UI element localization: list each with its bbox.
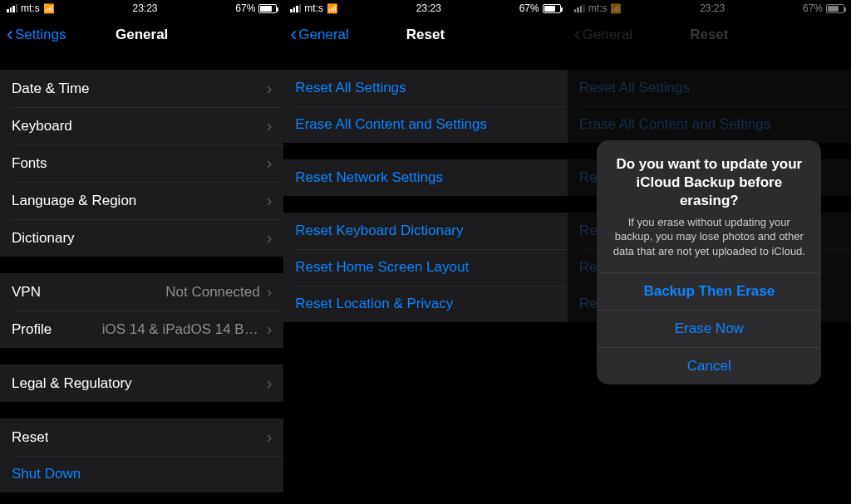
nav-bar: ‹ Settings General	[0, 17, 283, 53]
wifi-icon: 📶	[43, 3, 55, 14]
row-label: Fonts	[12, 155, 47, 172]
status-time: 23:23	[416, 2, 441, 14]
row-fonts[interactable]: Fonts ›	[0, 144, 283, 182]
row-label: Dictionary	[12, 230, 75, 247]
row-label: Shut Down	[12, 466, 81, 482]
signal-icon	[290, 4, 301, 12]
row-vpn[interactable]: VPN Not Connected ›	[0, 273, 283, 311]
row-label: Reset	[12, 429, 48, 446]
row-dictionary[interactable]: Dictionary ›	[0, 219, 283, 257]
panel-reset-dialog: mt:s 📶 23:23 67% ‹ General Reset Reset A…	[568, 0, 851, 504]
row-label: Reset Network Settings	[295, 169, 443, 186]
row-label: Erase All Content and Settings	[295, 116, 487, 133]
back-label: Settings	[15, 27, 66, 43]
chevron-left-icon: ‹	[7, 24, 13, 44]
chevron-right-icon: ›	[267, 282, 273, 301]
row-label: Reset All Settings	[295, 80, 406, 96]
status-bar: mt:s 📶 23:23 67%	[0, 0, 283, 17]
wifi-icon: 📶	[327, 3, 338, 14]
chevron-right-icon: ›	[267, 228, 273, 247]
row-detail: iOS 14 & iPadOS 14 Beta Softwar...	[102, 321, 260, 338]
row-label: VPN	[12, 284, 41, 301]
chevron-right-icon: ›	[267, 428, 273, 447]
battery-icon	[543, 4, 561, 13]
panel-reset: mt:s 📶 23:23 67% ‹ General Reset Reset A…	[283, 0, 567, 504]
row-label: Legal & Regulatory	[12, 375, 132, 392]
row-label: Reset Home Screen Layout	[295, 259, 469, 276]
chevron-right-icon: ›	[267, 116, 273, 135]
row-label: Keyboard	[12, 118, 72, 135]
dialog-title: Do you want to update your iCloud Backup…	[610, 155, 808, 210]
row-date-time[interactable]: Date & Time ›	[0, 70, 283, 107]
row-reset-network[interactable]: Reset Network Settings	[283, 159, 567, 196]
back-label: General	[298, 27, 348, 43]
row-erase-all[interactable]: Erase All Content and Settings	[283, 106, 567, 143]
chevron-right-icon: ›	[267, 79, 273, 98]
chevron-right-icon: ›	[267, 191, 273, 210]
chevron-left-icon: ‹	[290, 24, 297, 44]
row-profile[interactable]: Profile iOS 14 & iPadOS 14 Beta Softwar.…	[0, 311, 283, 348]
erase-confirm-dialog: Do you want to update your iCloud Backup…	[597, 140, 821, 384]
row-label: Language & Region	[12, 193, 136, 209]
erase-now-button[interactable]: Erase Now	[597, 310, 821, 347]
row-language-region[interactable]: Language & Region ›	[0, 182, 283, 219]
battery-pct: 67%	[235, 2, 255, 14]
chevron-right-icon: ›	[267, 320, 273, 339]
dialog-body: If you erase without updating your backu…	[610, 215, 808, 259]
cancel-button[interactable]: Cancel	[597, 347, 821, 384]
row-reset-home-layout[interactable]: Reset Home Screen Layout	[283, 249, 567, 286]
battery-icon	[258, 4, 277, 13]
row-legal-regulatory[interactable]: Legal & Regulatory ›	[0, 365, 283, 402]
row-reset-location-privacy[interactable]: Reset Location & Privacy	[283, 286, 567, 322]
row-label: Profile	[12, 321, 52, 338]
status-bar: mt:s 📶 23:23 67%	[283, 0, 567, 17]
status-time: 23:23	[132, 2, 157, 14]
backup-then-erase-button[interactable]: Backup Then Erase	[597, 272, 821, 310]
row-label: Reset Location & Privacy	[295, 296, 453, 312]
row-detail: Not Connected	[165, 284, 259, 301]
back-button[interactable]: ‹ General	[290, 25, 348, 45]
row-reset-keyboard-dict[interactable]: Reset Keyboard Dictionary	[283, 213, 567, 249]
signal-icon	[7, 4, 17, 12]
row-keyboard[interactable]: Keyboard ›	[0, 107, 283, 144]
row-shut-down[interactable]: Shut Down	[0, 456, 283, 492]
panel-general: mt:s 📶 23:23 67% ‹ Settings General Date…	[0, 0, 283, 504]
back-button[interactable]: ‹ Settings	[7, 25, 66, 45]
nav-bar: ‹ General Reset	[283, 17, 567, 53]
carrier-label: mt:s	[21, 2, 40, 14]
battery-pct: 67%	[519, 2, 539, 14]
row-reset[interactable]: Reset ›	[0, 418, 283, 456]
carrier-label: mt:s	[304, 2, 323, 14]
chevron-right-icon: ›	[267, 154, 273, 173]
chevron-right-icon: ›	[267, 374, 273, 393]
row-reset-all-settings[interactable]: Reset All Settings	[283, 70, 567, 106]
row-label: Date & Time	[12, 81, 90, 97]
row-label: Reset Keyboard Dictionary	[295, 223, 463, 239]
